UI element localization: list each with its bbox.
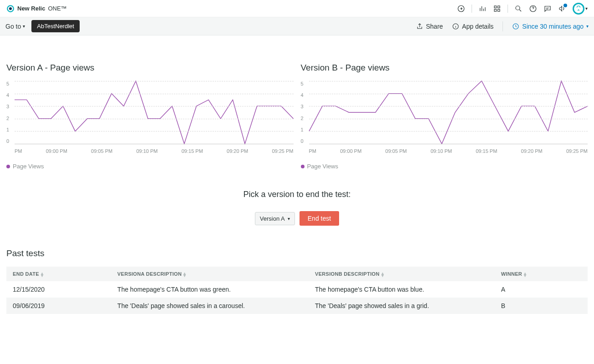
table-cell: 12/15/2020 bbox=[6, 281, 111, 298]
brand[interactable]: New Relic ONE™ bbox=[6, 5, 67, 13]
help-icon[interactable] bbox=[529, 5, 537, 13]
x-tick: 09:25 PM bbox=[272, 148, 293, 154]
y-tick: 2 bbox=[6, 116, 13, 121]
x-tick: 09:15 PM bbox=[182, 148, 203, 154]
version-select[interactable]: Version A ▾ bbox=[255, 212, 295, 225]
past-tests-table: END DATE▴▾ VERSIONA DESCRIPTION▴▾ VERSIO… bbox=[6, 267, 588, 314]
chevron-down-icon: ▾ bbox=[586, 24, 589, 29]
table-cell: The homepage's CTA button was green. bbox=[111, 281, 309, 298]
query-icon[interactable] bbox=[457, 5, 465, 13]
end-test-title: Pick a version to end the test: bbox=[6, 190, 588, 199]
svg-rect-4 bbox=[498, 6, 500, 8]
y-axis: 5 4 3 2 1 0 bbox=[301, 81, 307, 144]
x-tick: 09:25 PM bbox=[566, 148, 588, 154]
sort-icon: ▴▾ bbox=[524, 272, 526, 277]
legend-label: Page Views bbox=[307, 163, 338, 170]
y-tick: 3 bbox=[301, 104, 307, 109]
col-versiona[interactable]: VERSIONA DESCRIPTION▴▾ bbox=[111, 267, 309, 281]
y-tick: 0 bbox=[6, 138, 13, 144]
content: Version A - Page views 5 4 3 2 1 0 bbox=[0, 35, 594, 318]
x-tick: PM bbox=[15, 148, 22, 154]
line-series-a bbox=[15, 81, 294, 144]
share-button[interactable]: Share bbox=[416, 23, 443, 30]
goto-dropdown[interactable]: Go to ▾ bbox=[5, 23, 25, 30]
nerdlet-pill[interactable]: AbTestNerdlet bbox=[31, 20, 80, 32]
version-select-value: Version A bbox=[260, 215, 285, 222]
separator bbox=[472, 5, 472, 13]
x-tick: 09:00 PM bbox=[340, 148, 361, 154]
logo-icon bbox=[6, 5, 15, 13]
x-tick: 09:05 PM bbox=[386, 148, 407, 154]
chevron-down-icon: ▾ bbox=[585, 6, 588, 11]
y-axis: 5 4 3 2 1 0 bbox=[6, 81, 13, 144]
x-tick: 09:05 PM bbox=[91, 148, 112, 154]
brand-name: New Relic bbox=[17, 5, 45, 12]
legend-dot bbox=[301, 165, 305, 168]
goto-label: Go to bbox=[5, 23, 21, 30]
table-header-row: END DATE▴▾ VERSIONA DESCRIPTION▴▾ VERSIO… bbox=[6, 267, 588, 281]
x-tick: 09:10 PM bbox=[431, 148, 452, 154]
app-details-label: App details bbox=[462, 23, 493, 30]
table-cell: The homepage's CTA button was blue. bbox=[309, 281, 495, 298]
avatar bbox=[573, 3, 584, 15]
y-tick: 5 bbox=[301, 81, 307, 86]
chart-title: Version B - Page views bbox=[301, 63, 588, 73]
svg-point-1 bbox=[9, 7, 12, 10]
subheader: Go to ▾ AbTestNerdlet Share App details … bbox=[0, 17, 594, 35]
separator bbox=[503, 21, 503, 31]
x-axis: PM 09:00 PM 09:05 PM 09:10 PM 09:15 PM 0… bbox=[309, 148, 588, 154]
end-test-section: Pick a version to end the test: Version … bbox=[6, 190, 588, 226]
x-tick: PM bbox=[309, 148, 317, 154]
end-test-button[interactable]: End test bbox=[300, 211, 339, 226]
timepicker[interactable]: Since 30 minutes ago ▾ bbox=[512, 23, 589, 30]
charts-row: Version A - Page views 5 4 3 2 1 0 bbox=[6, 63, 588, 170]
svg-rect-5 bbox=[494, 9, 497, 11]
notification-dot bbox=[564, 4, 567, 7]
x-tick: 09:20 PM bbox=[521, 148, 543, 154]
table-cell: The 'Deals' page showed sales in a carou… bbox=[111, 298, 309, 314]
svg-rect-3 bbox=[494, 6, 497, 8]
legend-dot bbox=[6, 165, 10, 168]
topbar: New Relic ONE™ ▾ bbox=[0, 0, 594, 17]
y-tick: 5 bbox=[6, 81, 13, 86]
col-end-date[interactable]: END DATE▴▾ bbox=[6, 267, 111, 281]
y-tick: 0 bbox=[301, 138, 307, 144]
chart-icon[interactable] bbox=[478, 5, 487, 13]
plot-area bbox=[309, 81, 588, 144]
search-icon[interactable] bbox=[514, 5, 523, 13]
chart-title: Version A - Page views bbox=[6, 63, 294, 73]
table-row: 12/15/2020The homepage's CTA button was … bbox=[6, 281, 588, 298]
table-row: 09/06/2019The 'Deals' page showed sales … bbox=[6, 298, 588, 314]
y-tick: 2 bbox=[301, 116, 307, 121]
y-tick: 4 bbox=[6, 92, 13, 98]
chart-legend: Page Views bbox=[301, 163, 588, 170]
x-tick: 09:10 PM bbox=[136, 148, 157, 154]
y-tick: 3 bbox=[6, 104, 13, 109]
brand-suffix: ONE™ bbox=[48, 5, 66, 12]
topbar-actions: ▾ bbox=[457, 3, 588, 15]
app-details-button[interactable]: App details bbox=[452, 23, 493, 30]
user-menu[interactable]: ▾ bbox=[573, 3, 588, 15]
apps-icon[interactable] bbox=[493, 5, 501, 13]
announce-icon[interactable] bbox=[558, 5, 566, 13]
chevron-down-icon: ▾ bbox=[288, 216, 290, 221]
separator bbox=[508, 5, 508, 13]
x-tick: 09:20 PM bbox=[227, 148, 248, 154]
x-axis: PM 09:00 PM 09:05 PM 09:10 PM 09:15 PM 0… bbox=[15, 148, 294, 154]
y-tick: 1 bbox=[301, 127, 307, 132]
table-cell: B bbox=[495, 298, 588, 314]
sort-icon: ▴▾ bbox=[381, 272, 384, 277]
x-tick: 09:15 PM bbox=[476, 148, 497, 154]
col-winner[interactable]: WINNER▴▾ bbox=[495, 267, 588, 281]
past-tests-title: Past tests bbox=[6, 248, 588, 258]
chart-body[interactable]: 5 4 3 2 1 0 PM 09 bbox=[301, 81, 588, 154]
y-tick: 4 bbox=[301, 92, 307, 98]
plot-area bbox=[15, 81, 294, 144]
chart-body[interactable]: 5 4 3 2 1 0 PM 09 bbox=[6, 81, 294, 154]
sort-icon: ▴▾ bbox=[41, 272, 43, 277]
chart-version-b: Version B - Page views 5 4 3 2 1 0 bbox=[301, 63, 588, 170]
legend-label: Page Views bbox=[13, 163, 44, 170]
col-versionb[interactable]: VERSIONB DESCRIPTION▴▾ bbox=[309, 267, 495, 281]
feedback-icon[interactable] bbox=[543, 5, 552, 13]
table-cell: The 'Deals' page showed sales in a grid. bbox=[309, 298, 495, 314]
